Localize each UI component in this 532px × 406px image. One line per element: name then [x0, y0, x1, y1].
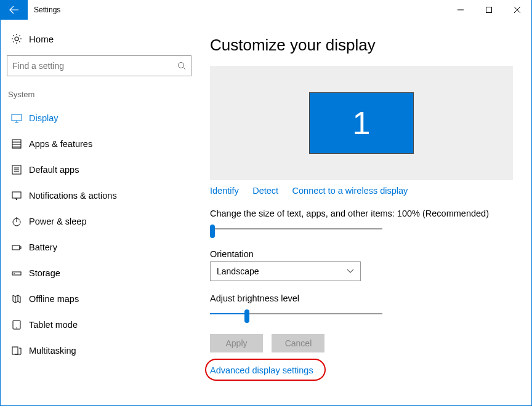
sidebar-item-maps[interactable]: Offline maps	[1, 286, 198, 312]
scale-slider[interactable]	[210, 221, 382, 239]
sidebar-item-notifications[interactable]: Notifications & actions	[1, 183, 198, 209]
sidebar-item-default[interactable]: Default apps	[1, 157, 198, 183]
orientation-dropdown[interactable]: Landscape	[210, 261, 361, 281]
page-title: Customize your display	[210, 36, 513, 55]
battery-icon	[11, 242, 22, 253]
maximize-icon	[486, 7, 492, 13]
detect-link[interactable]: Detect	[252, 186, 278, 196]
sidebar-item-label: Default apps	[29, 165, 79, 175]
search-box[interactable]	[7, 55, 191, 76]
back-button[interactable]	[1, 0, 28, 20]
svg-rect-23	[12, 272, 21, 275]
search-icon	[177, 62, 186, 70]
identify-link[interactable]: Identify	[210, 186, 239, 196]
sidebar-item-apps[interactable]: Apps & features	[1, 131, 198, 157]
sidebar-item-label: Offline maps	[29, 294, 79, 304]
svg-rect-27	[12, 347, 18, 354]
sidebar-item-label: Power & sleep	[29, 217, 87, 226]
close-button[interactable]	[503, 0, 531, 20]
svg-rect-7	[12, 114, 22, 121]
minimize-icon	[457, 7, 464, 13]
brightness-slider[interactable]	[210, 306, 382, 324]
apply-button[interactable]: Apply	[210, 334, 263, 352]
sidebar: Home System DisplayApps & featuresDefaul…	[1, 20, 198, 405]
sidebar-item-label: Battery	[29, 242, 57, 252]
svg-rect-22	[20, 247, 21, 249]
svg-rect-21	[12, 245, 20, 250]
slider-thumb[interactable]	[210, 225, 215, 238]
sidebar-item-label: Display	[29, 113, 58, 123]
advanced-display-link[interactable]: Advanced display settings	[210, 365, 313, 375]
storage-icon	[11, 268, 22, 279]
notifications-icon	[11, 190, 22, 201]
default-icon	[11, 164, 22, 175]
svg-point-5	[179, 63, 184, 68]
sidebar-item-multitasking[interactable]: Multitasking	[1, 338, 198, 364]
display-icon	[11, 113, 22, 124]
sidebar-item-tablet[interactable]: Tablet mode	[1, 312, 198, 338]
titlebar: Settings	[1, 0, 531, 20]
maximize-button[interactable]	[475, 0, 503, 20]
slider-thumb[interactable]	[244, 309, 249, 323]
wireless-display-link[interactable]: Connect to a wireless display	[292, 186, 408, 196]
svg-rect-1	[486, 7, 492, 13]
section-label: System	[1, 86, 198, 105]
orientation-label: Orientation	[210, 249, 513, 259]
tablet-icon	[11, 319, 22, 330]
multitasking-icon	[11, 345, 22, 356]
search-input[interactable]	[12, 61, 177, 71]
minimize-button[interactable]	[446, 0, 475, 20]
monitor-1[interactable]: 1	[309, 92, 414, 154]
scale-label: Change the size of text, apps, and other…	[210, 209, 513, 218]
sidebar-item-label: Notifications & actions	[29, 191, 117, 201]
sidebar-item-power[interactable]: Power & sleep	[1, 209, 198, 234]
sidebar-item-display[interactable]: Display	[1, 105, 198, 131]
orientation-value: Landscape	[217, 266, 259, 276]
sidebar-item-label: Tablet mode	[29, 320, 78, 330]
sidebar-item-label: Storage	[29, 268, 60, 278]
close-icon	[514, 7, 520, 13]
maps-icon	[11, 293, 22, 304]
brightness-label: Adjust brightness level	[210, 293, 513, 303]
svg-line-6	[183, 68, 186, 70]
sidebar-item-storage[interactable]: Storage	[1, 260, 198, 286]
gear-icon	[11, 33, 22, 44]
home-label: Home	[29, 34, 54, 44]
svg-rect-18	[12, 192, 21, 198]
svg-point-26	[16, 327, 17, 328]
arrow-left-icon	[9, 5, 19, 15]
power-icon	[11, 216, 22, 227]
window-title: Settings	[28, 0, 446, 20]
apps-icon	[11, 138, 22, 149]
main-content: Customize your display 1 Identify Detect…	[198, 20, 531, 405]
sidebar-item-label: Apps & features	[29, 139, 92, 149]
sidebar-item-battery[interactable]: Battery	[1, 234, 198, 260]
home-link[interactable]: Home	[1, 33, 198, 55]
sidebar-item-label: Multitasking	[29, 346, 76, 356]
chevron-down-icon	[347, 269, 354, 274]
svg-point-4	[15, 37, 18, 41]
svg-point-24	[14, 273, 14, 274]
monitor-preview[interactable]: 1	[210, 66, 513, 180]
cancel-button[interactable]: Cancel	[272, 334, 324, 352]
